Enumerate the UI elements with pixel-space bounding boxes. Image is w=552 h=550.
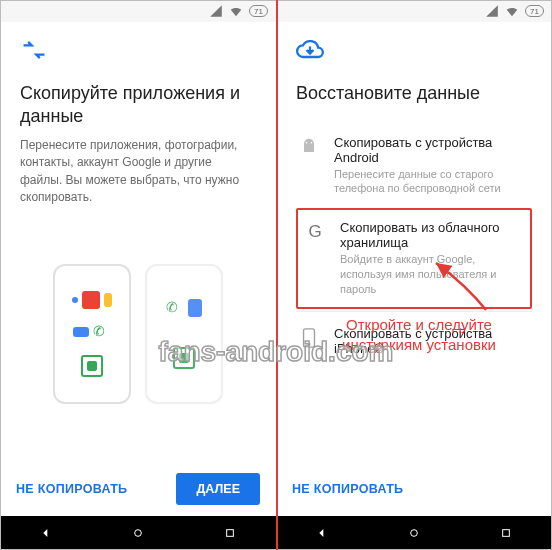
pane-divider [276,0,278,550]
skip-button[interactable]: НЕ КОПИРОВАТЬ [292,482,403,496]
svg-point-0 [135,530,142,537]
wifi-icon [505,4,519,18]
screen-copy-apps: 71 Скопируйте приложения и данные Перене… [0,0,276,550]
illustration-two-phones: ✆ ✆ [20,207,256,462]
android-icon [298,135,320,157]
skip-button[interactable]: НЕ КОПИРОВАТЬ [16,482,127,496]
option-copy-from-cloud[interactable]: G Скопировать из облачного хранилища Вой… [296,208,532,309]
google-g-icon: G [304,220,326,242]
merge-arrows-icon [20,36,256,68]
bottom-action-bar: НЕ КОПИРОВАТЬ [276,462,552,516]
option-copy-from-android[interactable]: Скопировать с устройства Android Перенес… [296,123,532,209]
bottom-action-bar: НЕ КОПИРОВАТЬ ДАЛЕЕ [0,462,276,516]
svg-point-3 [311,142,313,144]
page-title: Скопируйте приложения и данные [20,82,256,127]
svg-rect-7 [503,530,510,537]
battery-indicator: 71 [525,5,544,17]
nav-home-icon[interactable] [130,525,146,541]
annotation-arrow-icon [426,255,496,315]
nav-home-icon[interactable] [406,525,422,541]
status-bar: 71 [0,0,276,22]
page-title: Восстановите данные [296,82,532,105]
option-subtitle: Перенесите данные со старого телефона по… [334,167,530,197]
svg-rect-1 [227,530,234,537]
screen-restore-data: 71 Восстановите данные Скопировать с уст… [276,0,552,550]
option-title: Скопировать с устройства Android [334,135,530,165]
status-bar: 71 [276,0,552,22]
annotation-text: Откройте и следуйте инстуркиям установки [296,315,542,354]
nav-recent-icon[interactable] [498,525,514,541]
wifi-icon [229,4,243,18]
signal-icon [209,4,223,18]
cloud-download-icon [296,36,532,68]
option-title: Скопировать из облачного хранилища [340,220,524,250]
nav-recent-icon[interactable] [222,525,238,541]
svg-point-2 [306,142,308,144]
nav-back-icon[interactable] [314,525,330,541]
nav-back-icon[interactable] [38,525,54,541]
android-nav-bar [0,516,276,550]
next-button[interactable]: ДАЛЕЕ [176,473,260,505]
separator [296,311,532,312]
page-subtitle: Перенесите приложения, фотографии, конта… [20,137,256,207]
android-nav-bar [276,516,552,550]
battery-indicator: 71 [249,5,268,17]
signal-icon [485,4,499,18]
svg-point-6 [411,530,418,537]
